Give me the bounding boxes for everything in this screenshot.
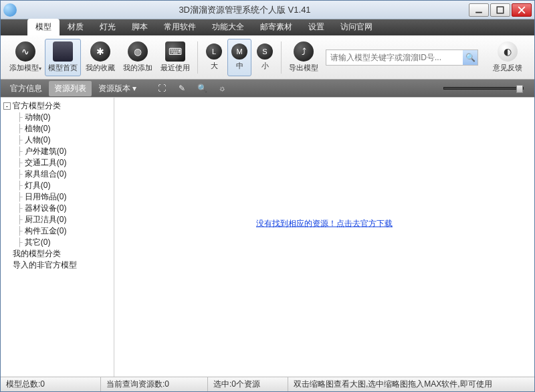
size-s-icon: S <box>257 43 273 60</box>
tab-material[interactable]: 材质 <box>60 19 92 35</box>
tree-item[interactable]: 家具组合(0) <box>3 169 111 180</box>
titlebar: 3D溜溜资源管理系统个人版 V1.41 <box>1 1 534 19</box>
toolbar: ∿ 添加模型▾ 模型首页 ✱ 我的收藏 ◍ 我的添加 ⌨ 最近使用 L 大 M … <box>1 35 534 80</box>
tree-root-import[interactable]: 导入的非官方模型 <box>3 260 111 271</box>
size-small-label: 小 <box>261 61 269 71</box>
statusbar: 模型总数:0 当前查询资源数:0 选中:0个资源 双击缩略图查看大图,选中缩略图… <box>1 377 534 391</box>
tab-mail[interactable]: 邮寄素材 <box>252 19 300 35</box>
tree-item[interactable]: 灯具(0) <box>3 180 111 191</box>
chevron-down-icon: ▾ <box>39 66 41 72</box>
my-add-label: 我的添加 <box>123 63 152 73</box>
window-title: 3D溜溜资源管理系统个人版 V1.41 <box>21 4 469 16</box>
folder-icon <box>53 41 73 62</box>
feedback-icon: ◐ <box>498 41 518 62</box>
export-button[interactable]: ⤴ 导出模型 <box>286 39 322 76</box>
size-m-icon: M <box>231 43 247 60</box>
tree-item[interactable]: 户外建筑(0) <box>3 146 111 157</box>
export-label: 导出模型 <box>289 63 318 73</box>
app-logo-icon <box>3 3 17 17</box>
keyboard-icon: ⌨ <box>165 41 185 62</box>
tree-item[interactable]: 植物(0) <box>3 123 111 134</box>
separator <box>281 41 282 74</box>
subtab-info[interactable]: 官方信息 <box>5 81 47 96</box>
collapse-icon[interactable]: - <box>3 102 11 110</box>
my-add-button[interactable]: ◍ 我的添加 <box>120 39 156 76</box>
size-medium-button[interactable]: M 中 <box>227 39 251 76</box>
export-icon: ⤴ <box>294 41 314 62</box>
bluetooth-icon: ✱ <box>90 41 110 62</box>
content-area: 没有找到相应的资源！点击去官方下载 <box>114 98 534 377</box>
tab-settings[interactable]: 设置 <box>300 19 332 35</box>
settings-icon[interactable]: ☼ <box>217 83 227 94</box>
zoom-icon[interactable]: 🔍 <box>197 83 207 94</box>
edit-icon[interactable]: ✎ <box>177 83 187 94</box>
category-tree: -官方模型分类 动物(0) 植物(0) 人物(0) 户外建筑(0) 交通工具(0… <box>1 98 114 377</box>
model-home-label: 模型首页 <box>48 63 78 73</box>
search-input[interactable] <box>326 53 463 62</box>
size-large-button[interactable]: L 大 <box>202 39 226 76</box>
search-wrap: 🔍 <box>326 50 478 66</box>
no-resource-link[interactable]: 没有找到相应的资源！点击去官方下载 <box>256 217 393 229</box>
add-model-label: 添加模型 <box>9 64 39 72</box>
status-query: 当前查询资源数:0 <box>101 377 208 391</box>
model-home-button[interactable]: 模型首页 <box>45 39 81 76</box>
subtab-list[interactable]: 资源列表 <box>49 81 92 96</box>
tab-website[interactable]: 访问官网 <box>332 19 381 35</box>
tree-item[interactable]: 构件五金(0) <box>3 225 111 237</box>
fullscreen-icon[interactable]: ⛶ <box>156 83 167 94</box>
status-total: 模型总数:0 <box>1 377 101 391</box>
size-small-button[interactable]: S 小 <box>253 39 277 76</box>
menubar: 模型 材质 灯光 脚本 常用软件 功能大全 邮寄素材 设置 访问官网 <box>1 19 534 35</box>
tab-light[interactable]: 灯光 <box>92 19 124 35</box>
tab-script[interactable]: 脚本 <box>124 19 156 35</box>
close-button[interactable] <box>512 3 532 17</box>
tree-item[interactable]: 动物(0) <box>3 112 111 123</box>
separator <box>197 41 198 74</box>
recent-button[interactable]: ⌨ 最近使用 <box>157 39 193 76</box>
tree-item[interactable]: 其它(0) <box>3 237 111 248</box>
tab-functions[interactable]: 功能大全 <box>204 19 252 35</box>
status-selected: 选中:0个资源 <box>208 377 288 391</box>
svg-rect-1 <box>497 7 504 13</box>
size-large-label: 大 <box>211 61 218 71</box>
maximize-button[interactable] <box>490 3 510 17</box>
subtab-version-label: 资源版本 <box>98 84 130 93</box>
search-icon: 🔍 <box>465 53 475 62</box>
tree-item[interactable]: 器材设备(0) <box>3 203 111 214</box>
zoom-slider[interactable] <box>233 87 530 90</box>
tab-software[interactable]: 常用软件 <box>156 19 204 35</box>
chevron-down-icon: ▾ <box>132 84 136 93</box>
feedback-label: 意见反馈 <box>493 63 522 73</box>
favorites-button[interactable]: ✱ 我的收藏 <box>82 39 118 76</box>
tree-item[interactable]: 厨卫洁具(0) <box>3 214 111 225</box>
globe-icon: ◍ <box>128 41 148 62</box>
rss-icon: ∿ <box>15 41 35 62</box>
status-hint: 双击缩略图查看大图,选中缩略图拖入MAX软件,即可使用 <box>288 377 534 391</box>
search-button[interactable]: 🔍 <box>463 50 477 65</box>
tree-root-mine[interactable]: 我的模型分类 <box>3 248 111 260</box>
slider-thumb[interactable] <box>516 85 523 93</box>
size-medium-label: 中 <box>236 61 243 71</box>
tree-item[interactable]: 交通工具(0) <box>3 157 111 169</box>
favorites-label: 我的收藏 <box>86 63 115 73</box>
tree-item[interactable]: 日用饰品(0) <box>3 191 111 203</box>
tree-root-official[interactable]: -官方模型分类 <box>3 100 111 112</box>
recent-label: 最近使用 <box>160 63 190 73</box>
feedback-button[interactable]: ◐ 意见反馈 <box>488 39 528 76</box>
tab-model[interactable]: 模型 <box>27 19 60 35</box>
sub-toolbar: 官方信息 资源列表 资源版本 ▾ ⛶ ✎ 🔍 ☼ <box>1 80 534 97</box>
add-model-button[interactable]: ∿ 添加模型▾ <box>7 39 43 76</box>
minimize-button[interactable] <box>469 3 489 17</box>
size-l-icon: L <box>206 43 222 60</box>
tree-item[interactable]: 人物(0) <box>3 134 111 146</box>
subtab-version[interactable]: 资源版本 ▾ <box>93 81 142 96</box>
